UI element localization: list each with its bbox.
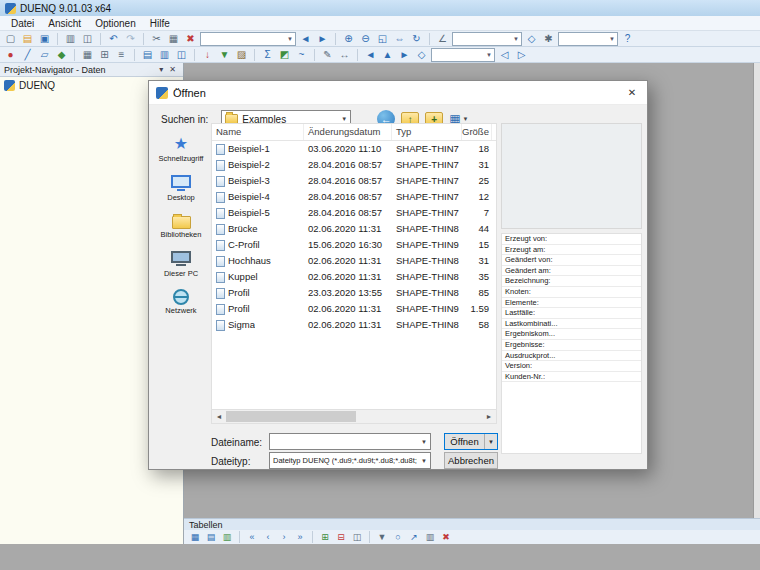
pin-icon[interactable]: ▾ (156, 65, 166, 74)
scroll-right-icon[interactable]: ► (482, 410, 496, 423)
table-results-icon[interactable]: ▥ (220, 531, 234, 543)
text-annotation-icon[interactable]: ✎ (320, 48, 335, 62)
zoom-in-icon[interactable]: ⊕ (341, 32, 356, 46)
section-select-combo[interactable]: ▼ (200, 32, 296, 46)
table-overview-icon[interactable]: ▦ (188, 531, 202, 543)
scrollbar-track[interactable] (226, 410, 482, 423)
menu-optionen[interactable]: Optionen (88, 16, 143, 31)
place-dieser-pc[interactable]: Dieser PC (153, 247, 209, 280)
cut-icon[interactable]: ✂ (149, 32, 164, 46)
table-view-icon[interactable]: ◫ (174, 48, 189, 62)
last-table-icon[interactable]: » (293, 531, 307, 543)
new-file-icon[interactable]: ▢ (3, 32, 18, 46)
menu-hilfe[interactable]: Hilfe (143, 16, 177, 31)
file-row[interactable]: Beispiel-103.06.2020 11:10SHAPE-THIN718 (212, 141, 496, 157)
grid-icon[interactable]: ▦ (80, 48, 95, 62)
place-desktop[interactable]: Desktop (153, 171, 209, 204)
zoom-window-icon[interactable]: ◱ (375, 32, 390, 46)
file-row[interactable]: Beispiel-228.04.2016 08:57SHAPE-THIN731 (212, 157, 496, 173)
scale-select-combo[interactable]: ▼ (558, 32, 618, 46)
undo-icon[interactable]: ↶ (106, 32, 121, 46)
next-table-icon[interactable]: › (277, 531, 291, 543)
open-file-icon[interactable]: ▤ (20, 32, 35, 46)
lines-icon[interactable]: ╱ (20, 48, 35, 62)
place-bibliotheken[interactable]: Bibliotheken (153, 210, 209, 241)
table-edit-icon[interactable]: ▥ (157, 48, 172, 62)
next-view-icon[interactable]: ▷ (514, 48, 529, 62)
zoom-out-icon[interactable]: ⊖ (358, 32, 373, 46)
file-row[interactable]: Sigma02.06.2020 11:31SHAPE-THIN858 (212, 317, 496, 333)
delete-row-icon[interactable]: ⊟ (334, 531, 348, 543)
column-header-name[interactable]: Name (212, 124, 304, 140)
dimensions-icon[interactable]: ↔ (337, 48, 352, 62)
supports-icon[interactable]: ▼ (217, 48, 232, 62)
loads-icon[interactable]: ↓ (200, 48, 215, 62)
guidelines-icon[interactable]: ≡ (114, 48, 129, 62)
next-section-icon[interactable]: ► (315, 32, 330, 46)
elements-icon[interactable]: ▱ (37, 48, 52, 62)
close-panel-icon[interactable]: ✕ (166, 65, 179, 74)
horizontal-scrollbar[interactable]: ◄ ► (212, 409, 496, 423)
open-split-chevron-icon[interactable]: ▼ (484, 434, 497, 449)
file-row[interactable]: Hochhaus02.06.2020 11:31SHAPE-THIN831 (212, 253, 496, 269)
menu-ansicht[interactable]: Ansicht (41, 16, 88, 31)
column-header-größe[interactable]: Größe (462, 124, 492, 140)
scrollbar-thumb[interactable] (226, 411, 356, 422)
help-icon[interactable]: ? (620, 32, 635, 46)
view-select-combo[interactable]: ▼ (452, 32, 522, 46)
scroll-left-icon[interactable]: ◄ (212, 410, 226, 423)
print-icon[interactable]: ▥ (63, 32, 78, 46)
file-row[interactable]: Beispiel-428.04.2016 08:57SHAPE-THIN712 (212, 189, 496, 205)
settings-icon[interactable]: ✱ (541, 32, 556, 46)
search-icon[interactable]: ○ (391, 531, 405, 543)
calculate-icon[interactable]: Σ (260, 48, 275, 62)
right-scroll-strip[interactable] (753, 63, 760, 518)
copy-row-icon[interactable]: ◫ (350, 531, 364, 543)
filter-icon[interactable]: ▼ (375, 531, 389, 543)
export-table-icon[interactable]: ↗ (407, 531, 421, 543)
file-row[interactable]: Brücke02.06.2020 11:31SHAPE-THIN844 (212, 221, 496, 237)
rotate-view-icon[interactable]: ↻ (409, 32, 424, 46)
measure-icon[interactable]: ∠ (435, 32, 450, 46)
file-row[interactable]: Beispiel-328.04.2016 08:57SHAPE-THIN725 (212, 173, 496, 189)
filename-input[interactable]: ▼ (269, 433, 431, 450)
first-table-icon[interactable]: « (245, 531, 259, 543)
filetype-select[interactable]: Dateityp DUENQ (*.du9;*.du9t;*.du8;*.du8… (269, 452, 431, 469)
column-header-typ[interactable]: Typ (392, 124, 462, 140)
print-table-icon[interactable]: ▥ (423, 531, 437, 543)
file-row[interactable]: Beispiel-528.04.2016 08:57SHAPE-THIN77 (212, 205, 496, 221)
file-row[interactable]: Profil23.03.2020 13:55SHAPE-THIN885 (212, 285, 496, 301)
cancel-button[interactable]: Abbrechen (444, 452, 498, 469)
view-z-icon[interactable]: ► (397, 48, 412, 62)
prev-section-icon[interactable]: ◄ (298, 32, 313, 46)
redo-icon[interactable]: ↷ (123, 32, 138, 46)
close-table-icon[interactable]: ✖ (439, 531, 453, 543)
file-row[interactable]: Kuppel02.06.2020 11:31SHAPE-THIN835 (212, 269, 496, 285)
prev-table-icon[interactable]: ‹ (261, 531, 275, 543)
materials-icon[interactable]: ▨ (234, 48, 249, 62)
open-button[interactable]: Öffnen ▼ (444, 433, 498, 450)
pan-icon[interactable]: ⇔ (392, 32, 407, 46)
save-icon[interactable]: ▣ (37, 32, 52, 46)
view-y-icon[interactable]: ▲ (380, 48, 395, 62)
delete-icon[interactable]: ✖ (183, 32, 198, 46)
full-view-icon[interactable]: ◇ (524, 32, 539, 46)
snap-icon[interactable]: ⊞ (97, 48, 112, 62)
column-header-änderungsdatum[interactable]: Änderungsdatum (304, 124, 392, 140)
view-x-icon[interactable]: ◄ (363, 48, 378, 62)
print-preview-icon[interactable]: ◫ (80, 32, 95, 46)
file-row[interactable]: C-Profil15.06.2020 16:30SHAPE-THIN915 (212, 237, 496, 253)
prev-view-icon[interactable]: ◁ (497, 48, 512, 62)
visibility-select-combo[interactable]: ▼ (431, 48, 495, 62)
place-schnellzugriff[interactable]: ★Schnellzugriff (153, 133, 209, 165)
dialog-close-icon[interactable]: ✕ (617, 81, 647, 104)
insert-row-icon[interactable]: ⊞ (318, 531, 332, 543)
menu-datei[interactable]: Datei (4, 16, 41, 31)
point-elements-icon[interactable]: ◆ (54, 48, 69, 62)
table-input-icon[interactable]: ▤ (204, 531, 218, 543)
isometric-view-icon[interactable]: ◇ (414, 48, 429, 62)
results-icon[interactable]: ◩ (277, 48, 292, 62)
nodes-icon[interactable]: ● (3, 48, 18, 62)
copy-icon[interactable]: ▦ (166, 32, 181, 46)
table-new-icon[interactable]: ▤ (140, 48, 155, 62)
